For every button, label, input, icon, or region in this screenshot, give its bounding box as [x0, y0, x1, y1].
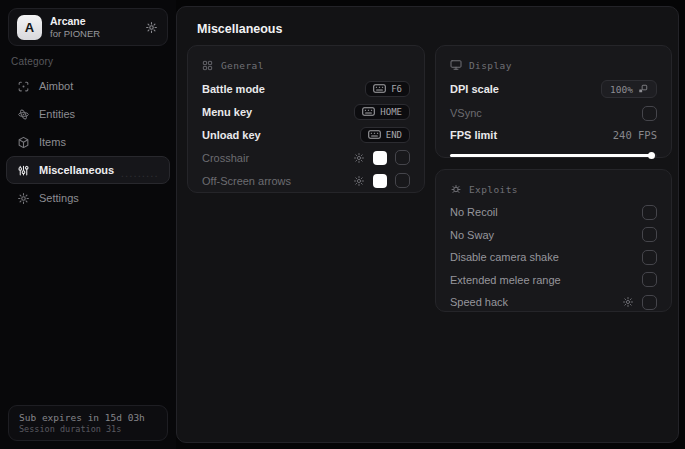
checkbox[interactable]: [395, 150, 410, 165]
brand-logo: A: [17, 15, 42, 40]
gear-icon[interactable]: [145, 20, 159, 34]
checkbox[interactable]: [642, 272, 657, 287]
atom-icon: [17, 108, 30, 121]
keybind-value: HOME: [380, 107, 402, 117]
gear-icon: [17, 192, 30, 205]
setting-label: Extended melee range: [450, 274, 561, 286]
keybind-value: END: [386, 130, 402, 140]
panel-title: General: [221, 60, 264, 71]
keyboard-icon: [368, 130, 381, 139]
keyboard-icon: [373, 84, 386, 93]
setting-row-battle-mode: Battle mode F6: [202, 77, 410, 100]
keyboard-icon: [362, 107, 375, 116]
color-swatch[interactable]: [373, 151, 387, 165]
panel-general-header: General: [202, 56, 410, 74]
color-swatch[interactable]: [373, 174, 387, 188]
setting-row-vsync: VSync: [450, 101, 657, 125]
setting-label: Menu key: [202, 106, 252, 118]
monitor-icon: [450, 59, 462, 71]
dpi-scale-select[interactable]: 100%: [601, 80, 657, 98]
sidebar-item-entities[interactable]: Entities: [6, 100, 170, 128]
checkbox[interactable]: [642, 250, 657, 265]
app-window: A Arcane for PIONER Category: [0, 0, 685, 449]
setting-row-crosshair: Crosshair: [202, 146, 410, 169]
sidebar-item-aimbot[interactable]: Aimbot: [6, 72, 170, 100]
scale-icon: [638, 84, 648, 94]
subscription-card: Sub expires in 15d 03h Session duration …: [8, 405, 168, 441]
sidebar-item-settings[interactable]: Settings: [6, 184, 170, 212]
setting-label: Disable camera shake: [450, 251, 559, 263]
setting-row-speed-hack: Speed hack: [450, 291, 657, 314]
brand-card: A Arcane for PIONER: [8, 8, 168, 46]
checkbox[interactable]: [642, 205, 657, 220]
scan-icon: [17, 80, 30, 93]
setting-row-dpi-scale: DPI scale 100%: [450, 77, 657, 101]
session-duration-text: Session duration 31s: [19, 424, 157, 435]
sidebar-item-items[interactable]: Items: [6, 128, 170, 156]
row-controls: [353, 150, 410, 165]
keybind-button[interactable]: HOME: [354, 104, 410, 120]
panel-title: Display: [469, 60, 512, 71]
setting-row-no-recoil: No Recoil: [450, 201, 657, 224]
main-content: Miscellaneous General Battle mode: [176, 6, 679, 443]
setting-label: Speed hack: [450, 296, 508, 308]
shimmer-dots: ∙∙∙∙∙∙∙∙∙: [121, 172, 159, 181]
sidebar: A Arcane for PIONER Category: [0, 0, 176, 449]
page-title: Miscellaneous: [197, 22, 282, 36]
setting-row-offscreen-arrows: Off-Screen arrows: [202, 169, 410, 192]
brand-subtitle: for PIONER: [50, 28, 145, 39]
sliders-icon: [17, 164, 30, 177]
panel-general: General Battle mode F6 Menu key HOME: [187, 45, 425, 193]
setting-label: Unload key: [202, 129, 261, 141]
setting-row-disable-camera-shake: Disable camera shake: [450, 246, 657, 269]
sidebar-item-label: Settings: [39, 192, 79, 204]
checkbox[interactable]: [642, 106, 657, 121]
setting-row-fps-limit: FPS limit 240 FPS: [450, 125, 657, 145]
fps-value: 240 FPS: [613, 129, 657, 141]
sidebar-nav: Aimbot Entities: [0, 72, 176, 212]
panel-display: Display DPI scale 100% VSync FPS limit: [435, 45, 672, 158]
keybind-button[interactable]: F6: [365, 81, 410, 97]
panel-exploits-header: Exploits: [450, 180, 657, 198]
sidebar-item-miscellaneous[interactable]: Miscellaneous ∙∙∙∙∙∙∙∙∙: [6, 156, 170, 184]
setting-row-menu-key: Menu key HOME: [202, 100, 410, 123]
category-label: Category: [11, 56, 53, 67]
checkbox[interactable]: [642, 227, 657, 242]
checkbox[interactable]: [395, 173, 410, 188]
sidebar-item-label: Entities: [39, 108, 75, 120]
fps-slider[interactable]: [450, 152, 657, 159]
sidebar-item-label: Aimbot: [39, 80, 73, 92]
sidebar-item-label: Miscellaneous: [39, 164, 114, 176]
setting-label: Crosshair: [202, 152, 249, 164]
bug-icon: [450, 183, 462, 195]
setting-label: DPI scale: [450, 83, 499, 95]
setting-row-no-sway: No Sway: [450, 224, 657, 247]
package-icon: [17, 136, 30, 149]
gear-icon[interactable]: [353, 175, 365, 187]
setting-row-extended-melee-range: Extended melee range: [450, 269, 657, 292]
setting-label: VSync: [450, 107, 482, 119]
sub-expiry-text: Sub expires in 15d 03h: [19, 411, 157, 424]
panel-display-header: Display: [450, 56, 657, 74]
setting-label: No Sway: [450, 229, 494, 241]
brand-title: Arcane: [50, 15, 145, 27]
setting-label: FPS limit: [450, 129, 497, 141]
row-controls: [622, 295, 657, 310]
row-controls: [353, 173, 410, 188]
keybind-button[interactable]: END: [360, 127, 410, 143]
setting-row-unload-key: Unload key END: [202, 123, 410, 146]
brand-text: Arcane for PIONER: [50, 15, 145, 39]
panel-exploits: Exploits No Recoil No Sway Disable camer…: [435, 169, 672, 312]
sidebar-item-label: Items: [39, 136, 66, 148]
panel-title: Exploits: [469, 184, 518, 195]
setting-label: Off-Screen arrows: [202, 175, 291, 187]
checkbox[interactable]: [642, 295, 657, 310]
fps-slider-fill: [450, 154, 651, 157]
gear-icon[interactable]: [622, 296, 634, 308]
fps-slider-knob[interactable]: [648, 152, 655, 159]
keybind-value: F6: [391, 84, 402, 94]
dpi-scale-value: 100%: [610, 84, 633, 95]
grid-icon: [202, 59, 214, 71]
setting-label: Battle mode: [202, 83, 265, 95]
gear-icon[interactable]: [353, 152, 365, 164]
